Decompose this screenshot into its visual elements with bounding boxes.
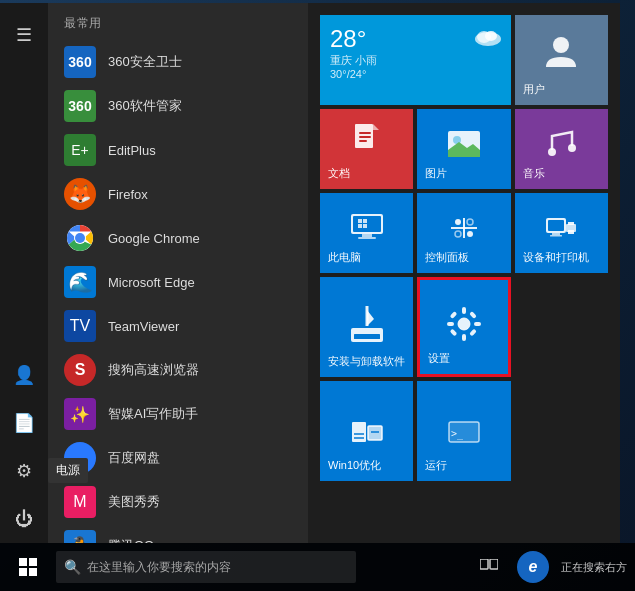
tile-docs[interactable]: 文档	[320, 109, 413, 189]
devices-tile-icon	[544, 214, 578, 246]
app-icon-teamviewer: TV	[64, 310, 96, 342]
user-button[interactable]: 👤	[0, 351, 48, 399]
win10-tile-icon	[350, 414, 384, 454]
install-tile-icon	[348, 304, 386, 350]
taskbar-search[interactable]: 🔍 在这里输入你要搜索的内容	[56, 551, 356, 583]
app-item-meitu[interactable]: M 美图秀秀	[48, 480, 308, 524]
app-item-qq[interactable]: 🐧 腾讯QQ	[48, 524, 308, 543]
app-item-sogou[interactable]: S 搜狗高速浏览器	[48, 348, 308, 392]
docs-tile-label: 文档	[328, 166, 405, 181]
tile-win10[interactable]: Win10优化	[320, 381, 413, 481]
tile-music[interactable]: 音乐	[515, 109, 608, 189]
app-icon-qq: 🐧	[64, 530, 96, 543]
svg-rect-60	[19, 568, 27, 576]
svg-rect-34	[550, 235, 562, 237]
app-icon-editplus: E+	[64, 134, 96, 166]
install-tile-label: 安装与卸载软件	[328, 354, 405, 369]
start-menu: ☰ 👤 📄 ⚙ ⏻ 电源 最常用 360	[0, 3, 620, 543]
settings-tile-icon	[445, 305, 483, 347]
weather-range: 30°/24°	[330, 68, 366, 80]
power-button[interactable]: ⏻ 电源	[0, 495, 48, 543]
ie-taskbar-button[interactable]: e	[513, 547, 553, 587]
svg-point-2	[75, 233, 85, 243]
control-tile-icon	[447, 214, 481, 246]
svg-rect-10	[359, 136, 371, 138]
svg-point-16	[568, 144, 576, 152]
app-item-chrome[interactable]: Google Chrome	[48, 216, 308, 260]
svg-rect-45	[447, 322, 454, 326]
app-name-360mgr: 360软件管家	[108, 97, 182, 115]
weather-city: 重庆 小雨	[330, 53, 377, 68]
app-name-editplus: EditPlus	[108, 143, 156, 158]
app-icon-aiwriter: ✨	[64, 398, 96, 430]
documents-button[interactable]: 📄	[0, 399, 48, 447]
app-item-aiwriter[interactable]: ✨ 智媒AI写作助手	[48, 392, 308, 436]
app-list-header: 最常用	[48, 3, 308, 40]
svg-point-42	[458, 318, 470, 330]
app-item-teamviewer[interactable]: TV TeamViewer	[48, 304, 308, 348]
pc-tile-label: 此电脑	[328, 250, 405, 265]
tile-weather[interactable]: 28° 重庆 小雨 30°/24°	[320, 15, 511, 105]
app-icon-firefox: 🦊	[64, 178, 96, 210]
app-name-aiwriter: 智媒AI写作助手	[108, 405, 198, 423]
tile-install[interactable]: 安装与卸载软件	[320, 277, 413, 377]
devices-tile-label: 设备和打印机	[523, 250, 600, 265]
start-button[interactable]	[4, 543, 52, 591]
svg-point-5	[485, 31, 497, 41]
win10-tile-label: Win10优化	[328, 458, 405, 473]
svg-rect-58	[19, 558, 27, 566]
app-item-360mgr[interactable]: 360 360软件管家	[48, 84, 308, 128]
svg-rect-20	[358, 237, 376, 239]
svg-rect-39	[354, 334, 380, 339]
user-tile-icon	[542, 31, 580, 78]
svg-rect-50	[469, 329, 477, 337]
svg-rect-43	[462, 307, 466, 314]
tile-user[interactable]: 用户	[515, 15, 608, 105]
svg-rect-49	[450, 329, 458, 337]
task-view-icon	[480, 559, 498, 575]
tile-settings[interactable]: 设置	[417, 277, 510, 377]
app-item-editplus[interactable]: E+ EditPlus	[48, 128, 308, 172]
svg-point-6	[553, 37, 569, 53]
app-item-edge[interactable]: 🌊 Microsoft Edge	[48, 260, 308, 304]
tile-run[interactable]: >_ 运行	[417, 381, 510, 481]
hamburger-icon: ☰	[16, 24, 32, 46]
tile-empty-1	[515, 277, 608, 377]
weather-cloud-icon	[473, 23, 503, 53]
svg-rect-46	[474, 322, 481, 326]
svg-rect-23	[358, 224, 362, 228]
tile-pc[interactable]: 此电脑	[320, 193, 413, 273]
app-name-teamviewer: TeamViewer	[108, 319, 179, 334]
ie-icon: e	[517, 551, 549, 583]
svg-rect-62	[480, 559, 488, 569]
tile-empty-2	[515, 381, 608, 481]
app-icon-360mgr: 360	[64, 90, 96, 122]
tiles-grid: 28° 重庆 小雨 30°/24°	[320, 15, 608, 481]
settings-sidebar-button[interactable]: ⚙	[0, 447, 48, 495]
power-icon: ⏻	[15, 509, 33, 530]
hamburger-menu-button[interactable]: ☰	[0, 11, 48, 59]
app-name-edge: Microsoft Edge	[108, 275, 195, 290]
tile-control[interactable]: 控制面板	[417, 193, 510, 273]
windows-icon	[19, 558, 37, 576]
run-tile-icon: >_	[447, 414, 481, 454]
taskbar: 🔍 在这里输入你要搜索的内容 e 正在搜索右方	[0, 543, 635, 591]
app-item-360safe[interactable]: 360 360安全卫士	[48, 40, 308, 84]
app-name-sogou: 搜狗高速浏览器	[108, 361, 199, 379]
task-view-button[interactable]	[469, 547, 509, 587]
tiles-section: 28° 重庆 小雨 30°/24°	[308, 3, 620, 543]
svg-text:>_: >_	[451, 428, 464, 440]
svg-point-28	[467, 231, 473, 237]
sidebar-icons: ☰ 👤 📄 ⚙ ⏻ 电源	[0, 3, 48, 543]
taskbar-right: e 正在搜索右方	[469, 547, 631, 587]
app-icon-meitu: M	[64, 486, 96, 518]
app-name-meitu: 美图秀秀	[108, 493, 160, 511]
svg-rect-54	[368, 426, 382, 440]
svg-rect-22	[363, 219, 367, 223]
pc-tile-icon	[349, 212, 385, 246]
desktop: ☰ 👤 📄 ⚙ ⏻ 电源 最常用 360	[0, 0, 635, 591]
app-item-firefox[interactable]: 🦊 Firefox	[48, 172, 308, 216]
tile-photos[interactable]: 图片	[417, 109, 510, 189]
tile-devices[interactable]: 设备和打印机	[515, 193, 608, 273]
svg-rect-9	[359, 132, 371, 134]
